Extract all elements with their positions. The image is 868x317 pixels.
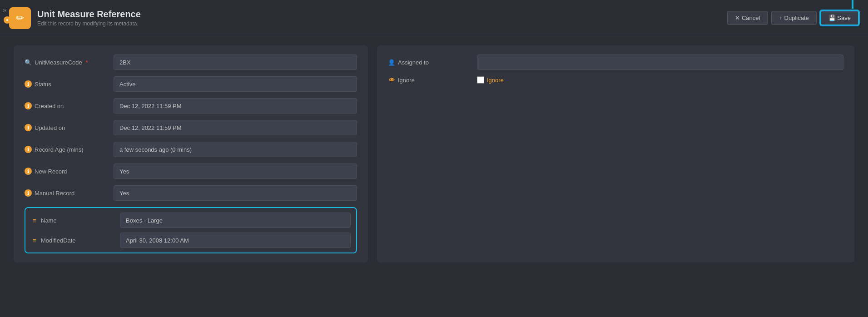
assigned-to-input[interactable] — [477, 54, 843, 70]
field-label-new-record: ℹ New Record — [25, 168, 106, 175]
field-label-unit-measure-code: 🔍 UnitMeasureCode * — [25, 59, 106, 66]
ignore-checkbox[interactable] — [477, 76, 484, 84]
field-label-status: ℹ Status — [25, 80, 106, 88]
db-icon-name: ≡ — [31, 217, 38, 224]
field-row-name: ≡ Name Boxes - Large — [31, 213, 351, 228]
field-row-modified-date: ≡ ModifiedDate April 30, 2008 12:00 AM — [31, 233, 351, 248]
db-icon-modified-date: ≡ — [31, 237, 38, 244]
right-panel: 👤 Assigned to 👁 Ignore Ignore — [377, 45, 854, 263]
field-row-unit-measure-code: 🔍 UnitMeasureCode * 2BX — [25, 54, 357, 70]
field-value-modified-date: April 30, 2008 12:00 AM — [120, 233, 351, 248]
info-icon-created-on: ℹ — [25, 102, 32, 109]
field-label-updated-on: ℹ Updated on — [25, 124, 106, 131]
field-value-unit-measure-code: 2BX — [114, 54, 357, 70]
field-row-updated-on: ℹ Updated on Dec 12, 2022 11:59 PM — [25, 120, 357, 135]
form-panel: 🔍 UnitMeasureCode * 2BX ℹ Status Active … — [14, 45, 368, 263]
field-row-ignore: 👁 Ignore Ignore — [388, 76, 843, 84]
field-label-assigned-to: 👤 Assigned to — [388, 59, 470, 66]
field-label-modified-date: ≡ ModifiedDate — [31, 237, 113, 244]
field-value-updated-on: Dec 12, 2022 11:59 PM — [114, 120, 357, 135]
info-icon-record-age: ℹ — [25, 146, 32, 153]
duplicate-button[interactable]: + Duplicate — [771, 11, 816, 25]
field-row-manual-record: ℹ Manual Record Yes — [25, 185, 357, 201]
field-value-new-record: Yes — [114, 163, 357, 179]
ignore-checkbox-label: Ignore — [487, 77, 504, 84]
info-icon-status: ℹ — [25, 80, 32, 88]
field-label-manual-record: ℹ Manual Record — [25, 189, 106, 197]
field-label-name: ≡ Name — [31, 217, 113, 224]
toolbar-buttons: ✕ Cancel + Duplicate 💾 Save — [727, 10, 859, 25]
title-block: Unit Measure Reference Edit this record … — [37, 9, 141, 27]
field-value-manual-record: Yes — [114, 185, 357, 201]
required-star: * — [86, 59, 88, 66]
field-row-record-age: ℹ Record Age (mins) a few seconds ago (0… — [25, 142, 357, 157]
field-value-name: Boxes - Large — [120, 213, 351, 228]
save-button[interactable]: 💾 Save — [820, 10, 859, 25]
field-value-created-on: Dec 12, 2022 11:59 PM — [114, 98, 357, 114]
expand-icon[interactable]: » — [3, 6, 6, 14]
page-title: Unit Measure Reference — [37, 9, 141, 20]
save-arrow-line — [852, 0, 853, 9]
cancel-button[interactable]: ✕ Cancel — [727, 11, 768, 25]
info-icon-manual-record: ℹ — [25, 189, 32, 197]
ignore-checkbox-group: Ignore — [477, 76, 504, 84]
field-row-new-record: ℹ New Record Yes — [25, 163, 357, 179]
ignore-icon: 👁 — [388, 76, 395, 84]
app-icon: ✏ — [9, 7, 31, 29]
title-section: ✏ Unit Measure Reference Edit this recor… — [9, 7, 141, 29]
field-label-ignore: 👁 Ignore — [388, 76, 470, 84]
main-content: 🔍 UnitMeasureCode * 2BX ℹ Status Active … — [0, 36, 868, 272]
info-icon-updated-on: ℹ — [25, 124, 32, 131]
field-row-status: ℹ Status Active — [25, 76, 357, 92]
sidebar-dot-indicator[interactable]: ● — [4, 16, 11, 24]
search-icon: 🔍 — [25, 59, 32, 66]
top-bar: ✏ Unit Measure Reference Edit this recor… — [0, 0, 868, 36]
highlighted-fields-section: ≡ Name Boxes - Large ≡ ModifiedDate Apri… — [25, 207, 357, 253]
page-subtitle: Edit this record by modifying its metada… — [37, 20, 141, 27]
field-value-status: Active — [114, 76, 357, 92]
field-row-created-on: ℹ Created on Dec 12, 2022 11:59 PM — [25, 98, 357, 114]
user-icon: 👤 — [388, 59, 395, 66]
field-row-assigned-to: 👤 Assigned to — [388, 54, 843, 70]
info-icon-new-record: ℹ — [25, 168, 32, 175]
field-label-record-age: ℹ Record Age (mins) — [25, 146, 106, 153]
field-value-record-age: a few seconds ago (0 mins) — [114, 142, 357, 157]
field-label-created-on: ℹ Created on — [25, 102, 106, 109]
